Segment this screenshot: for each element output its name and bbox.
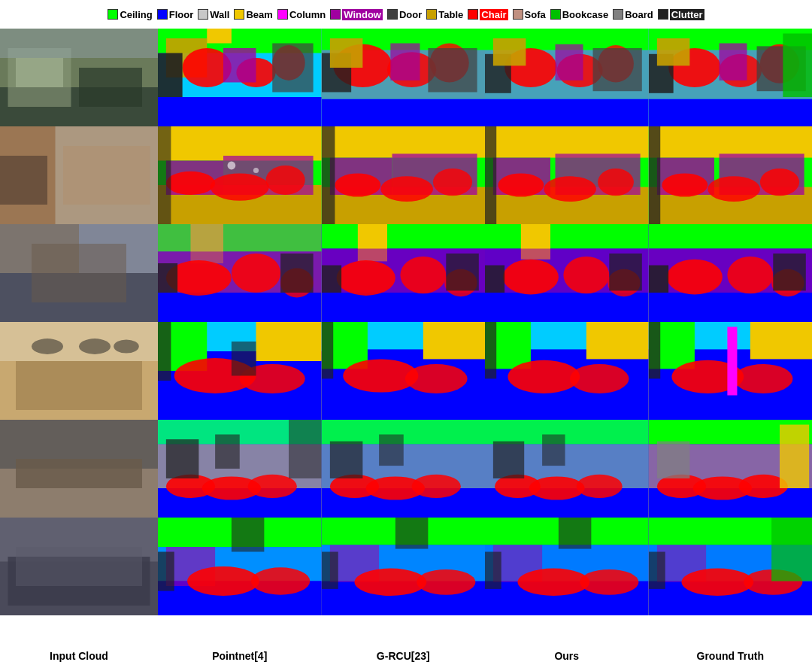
- svg-rect-78: [485, 126, 649, 158]
- svg-rect-58: [158, 126, 322, 161]
- row2-pointnet: [158, 126, 322, 224]
- svg-point-62: [166, 172, 215, 195]
- row6-input-photo: [0, 518, 158, 615]
- row5-pointnet-svg: [158, 420, 322, 518]
- svg-point-82: [498, 173, 544, 196]
- svg-rect-65: [158, 126, 171, 224]
- table-color: [426, 9, 437, 20]
- row2-photo-svg: [0, 126, 158, 224]
- svg-rect-20: [322, 99, 486, 126]
- row6-grcu: [322, 518, 486, 615]
- row5-gt: [649, 420, 813, 518]
- svg-rect-127: [609, 254, 642, 290]
- svg-rect-239: [485, 552, 501, 589]
- svg-rect-148: [158, 322, 171, 381]
- legend-item-table: Table: [426, 9, 463, 20]
- row2-ours-svg: [485, 126, 649, 224]
- svg-rect-39: [593, 48, 642, 91]
- svg-rect-134: [649, 266, 668, 293]
- svg-point-84: [598, 169, 634, 196]
- row3-pointnet-svg: [158, 224, 322, 322]
- row1-gt: [649, 29, 813, 126]
- row3-input-photo: [0, 224, 158, 322]
- table-label: Table: [438, 9, 463, 20]
- svg-rect-118: [446, 254, 479, 290]
- row1-photo-svg: [0, 29, 158, 126]
- legend-item-chair: Chair: [468, 9, 508, 20]
- row5-photo-svg: [0, 420, 158, 518]
- svg-rect-135: [773, 254, 806, 290]
- svg-rect-224: [232, 518, 265, 552]
- svg-point-93: [759, 169, 798, 196]
- visualization-grid: [0, 29, 812, 644]
- svg-rect-31: [485, 99, 649, 126]
- clutter-label: Clutter: [670, 9, 704, 20]
- legend: Ceiling Floor Wall Beam Column Window Do…: [0, 0, 812, 29]
- svg-point-132: [727, 257, 773, 293]
- row5-pointnet: [158, 420, 322, 518]
- svg-rect-171: [727, 327, 737, 396]
- bookcase-color: [550, 9, 561, 20]
- svg-rect-202: [493, 442, 524, 478]
- svg-point-64: [266, 165, 305, 195]
- svg-point-200: [529, 476, 585, 499]
- svg-rect-120: [485, 224, 649, 249]
- legend-item-board: Board: [613, 9, 653, 20]
- row2-ours: [485, 126, 649, 224]
- chair-color: [468, 9, 478, 20]
- beam-color: [234, 9, 244, 20]
- svg-rect-8: [158, 97, 322, 126]
- svg-rect-167: [750, 322, 812, 359]
- svg-point-245: [681, 569, 753, 596]
- svg-rect-247: [649, 552, 665, 589]
- svg-rect-183: [166, 439, 199, 478]
- row2-gt-svg: [649, 126, 813, 224]
- board-label: Board: [625, 9, 653, 20]
- svg-rect-117: [322, 266, 341, 293]
- svg-rect-215: [16, 547, 142, 586]
- wall-color: [198, 9, 208, 20]
- svg-rect-156: [322, 322, 333, 378]
- svg-point-230: [417, 569, 475, 595]
- svg-rect-94: [649, 126, 660, 224]
- row6-photo-svg: [0, 518, 158, 615]
- column-color: [277, 9, 288, 20]
- row1-input-photo: [0, 29, 158, 126]
- legend-item-bookcase: Bookcase: [550, 9, 608, 20]
- svg-rect-76: [322, 126, 335, 224]
- row4-ours-svg: [485, 322, 649, 420]
- svg-rect-185: [289, 420, 322, 478]
- svg-rect-51: [783, 34, 812, 98]
- row4-gt-svg: [649, 322, 813, 420]
- svg-rect-194: [379, 435, 404, 466]
- svg-point-161: [508, 360, 580, 393]
- ceiling-color: [108, 9, 118, 20]
- row5-ours: [485, 420, 649, 518]
- svg-rect-87: [649, 126, 813, 158]
- svg-rect-42: [649, 99, 813, 126]
- svg-point-67: [253, 168, 259, 173]
- legend-item-sofa: Sofa: [513, 9, 546, 20]
- svg-point-123: [503, 260, 559, 295]
- legend-item-wall: Wall: [198, 9, 229, 20]
- svg-rect-49: [719, 44, 747, 80]
- svg-point-192: [411, 475, 460, 498]
- row2-input-photo: [0, 126, 158, 224]
- svg-rect-126: [485, 266, 504, 293]
- svg-point-139: [32, 339, 63, 354]
- svg-rect-223: [158, 552, 174, 591]
- svg-rect-85: [485, 126, 496, 224]
- svg-rect-175: [16, 459, 142, 488]
- col-label-pointnet: Pointnet[4]: [158, 644, 322, 668]
- svg-rect-163: [485, 322, 496, 378]
- svg-rect-99: [32, 244, 126, 302]
- row3-ours-svg: [485, 224, 649, 322]
- row3-pointnet: [158, 224, 322, 322]
- row4-input-photo: [0, 322, 158, 420]
- row4-pointnet-svg: [158, 322, 322, 420]
- svg-rect-69: [322, 126, 486, 158]
- row1-ours: [485, 29, 649, 126]
- row5-ours-svg: [485, 420, 649, 518]
- svg-rect-184: [215, 435, 240, 469]
- col-label-grcu: G-RCU[23]: [322, 644, 486, 668]
